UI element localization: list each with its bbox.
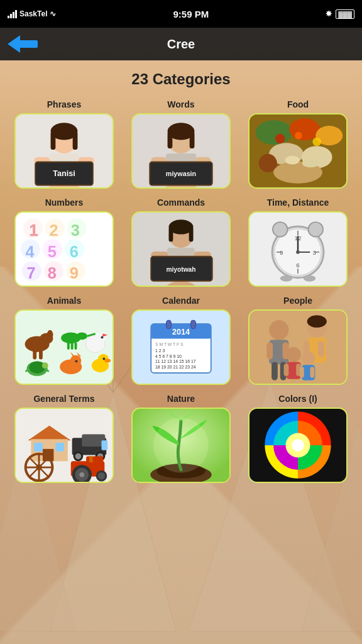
signal-icon <box>8 10 17 18</box>
svg-point-86 <box>296 250 300 254</box>
category-thumb-animals <box>14 309 114 385</box>
svg-point-45 <box>285 156 300 165</box>
wifi-icon: ∿ <box>50 9 56 18</box>
svg-point-64 <box>44 261 63 280</box>
svg-rect-105 <box>71 342 74 350</box>
category-thumb-phrases: Tanisi <box>14 113 114 189</box>
svg-text:4  5  6  7  8  9 10: 4 5 6 7 8 9 10 <box>155 354 182 358</box>
svg-point-113 <box>42 362 48 369</box>
category-colors[interactable]: Colors (I) <box>244 394 352 483</box>
main-content: 23 Categories Phrases <box>0 60 362 498</box>
svg-rect-130 <box>167 320 172 329</box>
svg-text:2014: 2014 <box>172 328 190 336</box>
category-label-food: Food <box>287 99 309 109</box>
svg-point-42 <box>275 134 285 144</box>
svg-text:S M T W T F S: S M T W T F S <box>155 342 184 347</box>
svg-point-58 <box>45 218 65 238</box>
category-thumb-time: 12 6 9 3 <box>248 211 348 287</box>
svg-point-43 <box>295 132 302 140</box>
svg-text:miyotwah: miyotwah <box>166 266 195 273</box>
svg-text:3: 3 <box>313 249 316 256</box>
svg-point-90 <box>304 275 315 282</box>
svg-rect-131 <box>191 320 196 329</box>
svg-rect-183 <box>89 457 93 463</box>
category-thumb-numbers: 1 2 3 4 5 6 7 8 9 <box>14 211 114 287</box>
svg-point-59 <box>67 218 87 238</box>
svg-point-145 <box>307 315 327 327</box>
svg-point-120 <box>75 360 78 362</box>
svg-rect-71 <box>189 227 194 242</box>
category-thumb-calendar: 2014 S M T W T F S 1 2 3 4 5 6 7 8 9 10 … <box>131 309 231 385</box>
svg-point-180 <box>79 472 84 477</box>
svg-rect-156 <box>310 367 314 378</box>
svg-point-190 <box>292 439 304 451</box>
category-label-time-distance: Time, Distance <box>267 197 329 208</box>
category-label-phrases: Phrases <box>47 99 81 109</box>
category-general-terms[interactable]: General Terms <box>10 394 118 483</box>
category-thumb-food <box>248 113 348 189</box>
page-title: Cree <box>167 37 195 52</box>
bluetooth-icon: ✸ <box>326 9 332 18</box>
category-thumb-people <box>248 309 348 385</box>
svg-rect-106 <box>75 342 77 350</box>
svg-text:6: 6 <box>296 262 299 269</box>
svg-point-102 <box>76 333 87 340</box>
category-phrases[interactable]: Phrases <box>10 99 118 189</box>
nav-bar: Cree <box>0 28 362 60</box>
svg-point-182 <box>98 472 106 480</box>
svg-text:1  2  3: 1 2 3 <box>155 348 165 353</box>
svg-rect-148 <box>318 341 324 357</box>
category-label-animals: Animals <box>47 296 81 306</box>
category-label-words: Words <box>167 99 194 109</box>
svg-text:Tanisi: Tanisi <box>53 169 75 178</box>
svg-point-35 <box>256 120 292 145</box>
category-label-nature: Nature <box>167 394 195 404</box>
svg-point-124 <box>102 358 105 360</box>
svg-text:9: 9 <box>280 249 283 256</box>
svg-point-44 <box>312 138 321 147</box>
category-words[interactable]: Words miywasin <box>127 99 235 189</box>
category-time-distance[interactable]: Time, Distance <box>244 197 352 287</box>
svg-marker-10 <box>8 35 20 53</box>
section-title: 23 Categories <box>8 70 354 88</box>
svg-text:12: 12 <box>295 235 302 242</box>
status-bar: SaskTel ∿ 9:59 PM ✸ ▓▓▓ <box>0 0 362 28</box>
back-button[interactable] <box>8 35 39 53</box>
category-numbers[interactable]: Numbers 1 2 3 4 5 6 7 8 9 <box>10 197 118 287</box>
svg-rect-27 <box>168 131 173 148</box>
category-calendar[interactable]: Calendar 2014 S M T W T F S 1 2 3 <box>127 296 235 385</box>
battery-icon: ▓▓▓ <box>336 9 354 19</box>
svg-point-89 <box>280 275 292 282</box>
category-nature[interactable]: Nature <box>127 394 235 483</box>
svg-point-65 <box>66 261 85 280</box>
svg-point-63 <box>22 261 41 280</box>
categories-grid: Phrases <box>8 99 354 483</box>
category-food[interactable]: Food <box>244 99 352 189</box>
svg-rect-142 <box>272 362 278 380</box>
svg-rect-169 <box>101 440 107 450</box>
svg-point-87 <box>273 222 287 236</box>
svg-point-110 <box>101 336 103 338</box>
svg-rect-17 <box>73 131 78 150</box>
svg-text:miywasin: miywasin <box>166 170 196 177</box>
svg-point-153 <box>302 352 315 365</box>
svg-rect-151 <box>284 364 289 375</box>
svg-rect-155 <box>300 367 304 378</box>
svg-rect-97 <box>33 348 36 360</box>
svg-point-123 <box>104 359 111 363</box>
category-people[interactable]: People <box>244 296 352 385</box>
category-thumb-general <box>14 408 114 483</box>
category-label-colors: Colors (I) <box>278 394 317 404</box>
svg-point-187 <box>153 418 209 473</box>
status-right-icons: ✸ ▓▓▓ <box>326 9 354 19</box>
category-animals[interactable]: Animals <box>10 296 118 385</box>
svg-point-60 <box>21 239 40 258</box>
svg-rect-104 <box>67 342 70 350</box>
svg-rect-161 <box>34 443 43 452</box>
svg-point-62 <box>65 239 84 258</box>
category-commands[interactable]: Commands miyotwah <box>127 197 235 287</box>
svg-rect-28 <box>190 131 195 148</box>
category-thumb-commands: miyotwah <box>131 211 231 287</box>
svg-rect-177 <box>86 457 103 469</box>
category-label-numbers: Numbers <box>45 197 84 208</box>
